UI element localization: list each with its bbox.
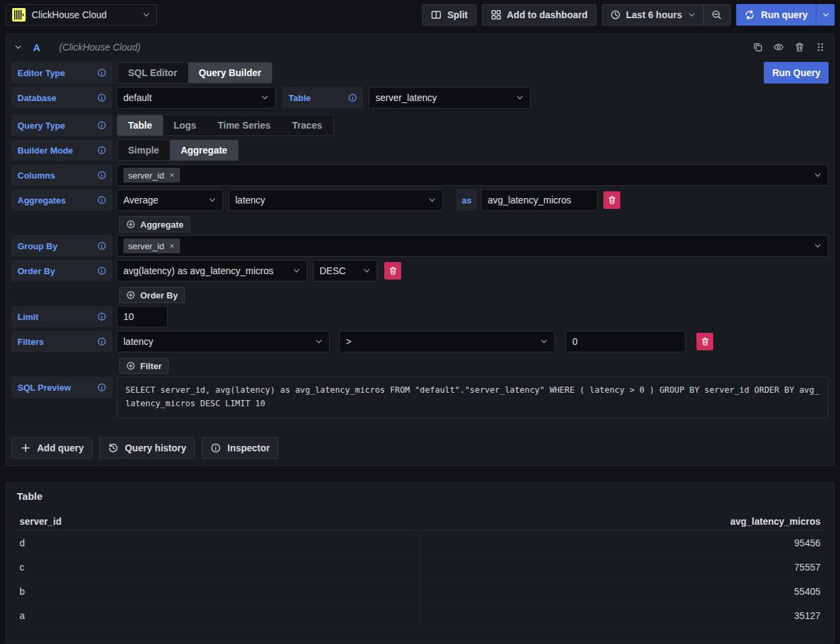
- info-circle-icon: [210, 443, 221, 453]
- inspector-button[interactable]: Inspector: [202, 437, 278, 459]
- limit-row: Limit: [11, 306, 829, 327]
- remove-chip-icon[interactable]: [169, 243, 175, 249]
- order-by-field-value: avg(latency) as avg_latency_micros: [123, 265, 287, 276]
- split-button[interactable]: Split: [422, 4, 476, 26]
- info-icon: [97, 93, 107, 102]
- columns-chip-server-id: server_id: [123, 168, 180, 183]
- aggregates-label-text: Aggregates: [18, 195, 66, 205]
- split-label: Split: [447, 9, 467, 20]
- filter-column-select[interactable]: latency: [117, 331, 330, 352]
- zoom-out-time-button[interactable]: [703, 5, 730, 25]
- query-type-option-logs[interactable]: Logs: [163, 115, 207, 135]
- clock-icon: [610, 9, 621, 20]
- query-history-button[interactable]: Query history: [99, 437, 195, 459]
- table-select[interactable]: server_latency: [369, 87, 531, 108]
- group-by-row: Group By server_id: [11, 235, 829, 257]
- filter-operator-select[interactable]: >: [339, 331, 555, 352]
- database-select[interactable]: default: [117, 87, 276, 108]
- aggregate-function-select[interactable]: Average: [117, 189, 223, 211]
- table-label-text: Table: [289, 93, 311, 103]
- remove-chip-icon[interactable]: [169, 172, 175, 179]
- info-icon: [97, 266, 107, 276]
- order-by-field-select[interactable]: avg(latency) as avg_latency_micros: [117, 260, 307, 282]
- table-row: c 75557: [14, 555, 826, 579]
- order-by-direction-select[interactable]: DESC: [313, 260, 378, 282]
- remove-filter-button[interactable]: [696, 333, 713, 350]
- columns-label: Columns: [11, 164, 113, 186]
- add-filter-button[interactable]: Filter: [119, 358, 169, 374]
- column-header-server-id[interactable]: server_id: [14, 516, 420, 527]
- query-type-label: Query Type: [11, 115, 113, 136]
- duplicate-query-icon[interactable]: [752, 42, 763, 53]
- query-type-segmented: Table Logs Time Series Traces: [117, 115, 334, 136]
- results-table: server_id avg_latency_micros d 95456 c 7…: [14, 512, 826, 628]
- query-type-option-table[interactable]: Table: [117, 115, 163, 135]
- editor-type-option-sql-editor[interactable]: SQL Editor: [117, 63, 188, 83]
- database-label-text: Database: [18, 93, 57, 103]
- editor-type-option-query-builder[interactable]: Query Builder: [188, 63, 272, 83]
- info-icon: [97, 121, 107, 130]
- toggle-visibility-icon[interactable]: [773, 42, 784, 53]
- chevron-down-icon: [293, 267, 301, 275]
- columns-icon: [431, 9, 442, 20]
- query-datasource-hint: (ClickHouse Cloud): [59, 42, 141, 53]
- filter-column-value: latency: [123, 336, 309, 347]
- clickhouse-logo-icon: [12, 8, 26, 22]
- query-type-option-time-series[interactable]: Time Series: [207, 115, 281, 135]
- chip-label: server_id: [128, 241, 164, 251]
- filter-value-input[interactable]: [566, 331, 686, 352]
- run-query-button[interactable]: Run query: [736, 4, 816, 26]
- remove-order-by-button[interactable]: [384, 262, 401, 280]
- as-label: as: [456, 189, 477, 211]
- chevron-down-icon: [261, 94, 269, 102]
- add-query-button[interactable]: Add query: [11, 437, 92, 459]
- database-label: Database: [11, 87, 113, 108]
- trash-icon: [700, 337, 710, 346]
- plus-circle-icon: [126, 290, 136, 300]
- sync-icon: [744, 9, 755, 20]
- datasource-picker[interactable]: ClickHouse Cloud: [5, 4, 157, 26]
- builder-mode-segmented: Simple Aggregate: [117, 139, 239, 161]
- editor-type-label: Editor Type: [11, 62, 113, 84]
- drag-handle-icon[interactable]: [815, 42, 826, 53]
- group-by-label: Group By: [11, 235, 113, 257]
- cell-server-id: d: [14, 531, 421, 554]
- time-range-picker[interactable]: Last 6 hours: [603, 5, 703, 25]
- aggregate-function-value: Average: [123, 195, 203, 205]
- filters-row: Filters latency >: [11, 331, 829, 352]
- query-type-option-traces[interactable]: Traces: [281, 115, 332, 135]
- remove-aggregate-button[interactable]: [603, 191, 620, 209]
- add-to-dashboard-button[interactable]: Add to dashboard: [482, 4, 597, 26]
- query-history-label: Query history: [125, 443, 186, 453]
- limit-input[interactable]: [117, 306, 168, 327]
- cell-server-id: b: [14, 579, 421, 603]
- collapse-query-icon[interactable]: [14, 43, 22, 51]
- run-query-dropdown-button[interactable]: [816, 4, 835, 26]
- order-by-label-text: Order By: [18, 266, 55, 276]
- columns-multiselect[interactable]: server_id: [117, 164, 829, 186]
- database-table-row: Database default Table server_latency: [11, 87, 829, 108]
- chevron-down-icon: [363, 267, 371, 275]
- delete-query-icon[interactable]: [794, 42, 805, 53]
- chip-label: server_id: [128, 170, 164, 181]
- chevron-down-icon: [540, 337, 548, 346]
- aggregate-alias-input[interactable]: [481, 189, 598, 211]
- add-aggregate-row: Aggregate: [119, 216, 829, 232]
- table-label: Table: [282, 87, 363, 108]
- sql-preview-text: SELECT server_id, avg(latency) as avg_la…: [117, 377, 829, 418]
- builder-mode-option-aggregate[interactable]: Aggregate: [170, 140, 238, 160]
- add-aggregate-button[interactable]: Aggregate: [119, 216, 190, 232]
- group-by-multiselect[interactable]: server_id: [117, 235, 829, 257]
- sql-preview-label-text: SQL Preview: [18, 383, 71, 393]
- toolbar-actions: Split Add to dashboard Last 6 hours: [422, 4, 835, 26]
- trash-icon: [607, 195, 617, 205]
- add-order-by-button[interactable]: Order By: [119, 287, 185, 303]
- aggregate-column-select[interactable]: latency: [229, 189, 443, 211]
- add-filter-label: Filter: [140, 361, 162, 371]
- editor-run-query-button[interactable]: Run Query: [764, 62, 829, 84]
- query-ref-id: A: [33, 42, 40, 53]
- cell-server-id: a: [14, 604, 421, 627]
- column-header-avg-latency-micros[interactable]: avg_latency_micros: [420, 516, 826, 527]
- builder-mode-option-simple[interactable]: Simple: [117, 140, 170, 160]
- limit-label-text: Limit: [18, 312, 38, 322]
